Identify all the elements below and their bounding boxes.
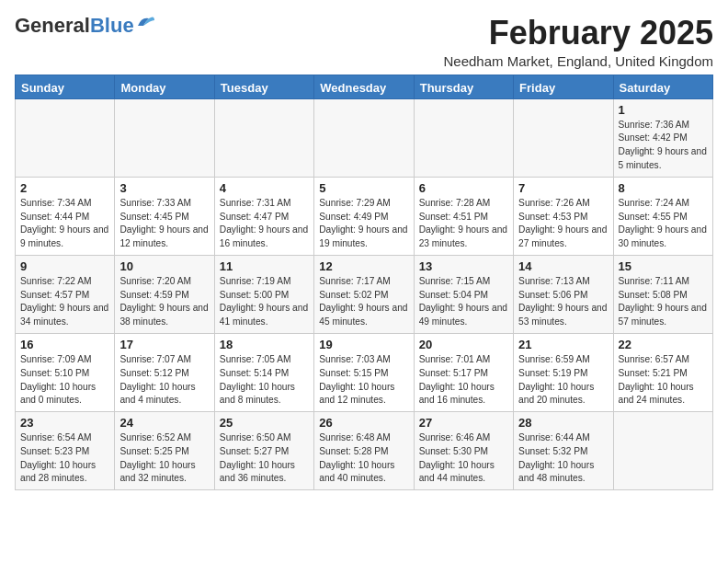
calendar-cell: 18Sunrise: 7:05 AM Sunset: 5:14 PM Dayli… [214, 333, 313, 411]
calendar-cell: 16Sunrise: 7:09 AM Sunset: 5:10 PM Dayli… [16, 333, 115, 411]
day-info: Sunrise: 7:09 AM Sunset: 5:10 PM Dayligh… [20, 353, 109, 408]
header-right: February 2025 Needham Market, England, U… [444, 15, 714, 69]
day-number: 13 [419, 259, 508, 273]
calendar-cell: 8Sunrise: 7:24 AM Sunset: 4:55 PM Daylig… [613, 177, 712, 255]
calendar-cell [115, 98, 214, 177]
day-number: 1 [619, 103, 708, 117]
day-info: Sunrise: 7:07 AM Sunset: 5:12 PM Dayligh… [119, 353, 209, 408]
calendar-cell: 1Sunrise: 7:36 AM Sunset: 4:42 PM Daylig… [613, 98, 712, 177]
calendar-cell: 25Sunrise: 6:50 AM Sunset: 5:27 PM Dayli… [214, 412, 313, 490]
day-info: Sunrise: 7:28 AM Sunset: 4:51 PM Dayligh… [419, 197, 508, 251]
day-info: Sunrise: 7:15 AM Sunset: 5:04 PM Dayligh… [419, 275, 508, 329]
day-info: Sunrise: 6:57 AM Sunset: 5:21 PM Dayligh… [619, 353, 708, 408]
calendar-cell: 7Sunrise: 7:26 AM Sunset: 4:53 PM Daylig… [514, 177, 613, 255]
day-number: 20 [419, 338, 508, 351]
day-number: 5 [319, 181, 408, 195]
day-number: 24 [119, 416, 209, 430]
location: Needham Market, England, United Kingdom [444, 53, 714, 69]
logo: GeneralBlue [15, 15, 156, 37]
day-number: 7 [518, 181, 608, 195]
calendar-cell: 2Sunrise: 7:34 AM Sunset: 4:44 PM Daylig… [16, 177, 115, 255]
day-info: Sunrise: 7:20 AM Sunset: 4:59 PM Dayligh… [119, 275, 209, 329]
calendar-week-row: 16Sunrise: 7:09 AM Sunset: 5:10 PM Dayli… [16, 333, 713, 411]
weekday-header-monday: Monday [115, 75, 214, 98]
day-info: Sunrise: 7:36 AM Sunset: 4:42 PM Dayligh… [619, 119, 708, 173]
calendar-cell [214, 98, 313, 177]
day-info: Sunrise: 6:54 AM Sunset: 5:23 PM Dayligh… [20, 431, 109, 486]
day-number: 15 [619, 259, 708, 273]
calendar-week-row: 9Sunrise: 7:22 AM Sunset: 4:57 PM Daylig… [16, 255, 713, 333]
calendar-cell: 3Sunrise: 7:33 AM Sunset: 4:45 PM Daylig… [115, 177, 214, 255]
day-number: 8 [619, 181, 708, 195]
day-number: 21 [518, 338, 608, 351]
day-number: 26 [319, 416, 408, 430]
weekday-header-wednesday: Wednesday [314, 75, 414, 98]
calendar-cell: 14Sunrise: 7:13 AM Sunset: 5:06 PM Dayli… [514, 255, 613, 333]
calendar-cell: 15Sunrise: 7:11 AM Sunset: 5:08 PM Dayli… [613, 255, 712, 333]
weekday-header-tuesday: Tuesday [214, 75, 313, 98]
calendar-cell: 20Sunrise: 7:01 AM Sunset: 5:17 PM Dayli… [414, 333, 513, 411]
calendar-cell: 10Sunrise: 7:20 AM Sunset: 4:59 PM Dayli… [115, 255, 214, 333]
day-number: 3 [119, 181, 209, 195]
calendar-cell: 27Sunrise: 6:46 AM Sunset: 5:30 PM Dayli… [414, 412, 513, 490]
calendar-week-row: 23Sunrise: 6:54 AM Sunset: 5:23 PM Dayli… [16, 412, 713, 490]
day-info: Sunrise: 6:44 AM Sunset: 5:32 PM Dayligh… [518, 431, 608, 486]
calendar-cell: 28Sunrise: 6:44 AM Sunset: 5:32 PM Dayli… [514, 412, 613, 490]
calendar-cell: 6Sunrise: 7:28 AM Sunset: 4:51 PM Daylig… [414, 177, 513, 255]
day-number: 4 [220, 181, 309, 195]
calendar-cell: 12Sunrise: 7:17 AM Sunset: 5:02 PM Dayli… [314, 255, 414, 333]
calendar-cell: 9Sunrise: 7:22 AM Sunset: 4:57 PM Daylig… [16, 255, 115, 333]
calendar-cell: 23Sunrise: 6:54 AM Sunset: 5:23 PM Dayli… [16, 412, 115, 490]
calendar-cell [414, 98, 513, 177]
calendar-cell: 17Sunrise: 7:07 AM Sunset: 5:12 PM Dayli… [115, 333, 214, 411]
calendar-cell: 19Sunrise: 7:03 AM Sunset: 5:15 PM Dayli… [314, 333, 414, 411]
calendar-cell [314, 98, 414, 177]
day-number: 17 [119, 338, 209, 351]
day-number: 11 [220, 259, 309, 273]
day-info: Sunrise: 7:29 AM Sunset: 4:49 PM Dayligh… [319, 197, 408, 251]
calendar-table: SundayMondayTuesdayWednesdayThursdayFrid… [15, 75, 713, 491]
calendar-cell [514, 98, 613, 177]
day-info: Sunrise: 7:11 AM Sunset: 5:08 PM Dayligh… [619, 275, 708, 329]
day-info: Sunrise: 7:22 AM Sunset: 4:57 PM Dayligh… [20, 275, 109, 329]
calendar-page: GeneralBlue February 2025 Needham Market… [0, 0, 728, 500]
day-number: 19 [319, 338, 408, 351]
weekday-header-sunday: Sunday [16, 75, 115, 98]
weekday-header-friday: Friday [514, 75, 613, 98]
day-info: Sunrise: 7:17 AM Sunset: 5:02 PM Dayligh… [319, 275, 408, 329]
day-info: Sunrise: 6:46 AM Sunset: 5:30 PM Dayligh… [419, 431, 508, 486]
day-info: Sunrise: 6:50 AM Sunset: 5:27 PM Dayligh… [220, 431, 309, 486]
day-info: Sunrise: 6:48 AM Sunset: 5:28 PM Dayligh… [319, 431, 408, 486]
day-number: 10 [119, 259, 209, 273]
calendar-cell [16, 98, 115, 177]
day-info: Sunrise: 7:24 AM Sunset: 4:55 PM Dayligh… [619, 197, 708, 251]
header: GeneralBlue February 2025 Needham Market… [15, 15, 713, 69]
weekday-header-saturday: Saturday [613, 75, 712, 98]
calendar-cell: 21Sunrise: 6:59 AM Sunset: 5:19 PM Dayli… [514, 333, 613, 411]
calendar-cell: 5Sunrise: 7:29 AM Sunset: 4:49 PM Daylig… [314, 177, 414, 255]
logo-bird-icon [136, 13, 156, 31]
calendar-cell [613, 412, 712, 490]
day-info: Sunrise: 7:03 AM Sunset: 5:15 PM Dayligh… [319, 353, 408, 408]
calendar-week-row: 2Sunrise: 7:34 AM Sunset: 4:44 PM Daylig… [16, 177, 713, 255]
day-number: 6 [419, 181, 508, 195]
weekday-header-thursday: Thursday [414, 75, 513, 98]
calendar-cell: 4Sunrise: 7:31 AM Sunset: 4:47 PM Daylig… [214, 177, 313, 255]
calendar-week-row: 1Sunrise: 7:36 AM Sunset: 4:42 PM Daylig… [16, 98, 713, 177]
day-info: Sunrise: 7:05 AM Sunset: 5:14 PM Dayligh… [220, 353, 309, 408]
day-number: 23 [20, 416, 109, 430]
calendar-cell: 11Sunrise: 7:19 AM Sunset: 5:00 PM Dayli… [214, 255, 313, 333]
day-number: 12 [319, 259, 408, 273]
day-info: Sunrise: 7:01 AM Sunset: 5:17 PM Dayligh… [419, 353, 508, 408]
calendar-cell: 13Sunrise: 7:15 AM Sunset: 5:04 PM Dayli… [414, 255, 513, 333]
logo-general: GeneralBlue [15, 15, 134, 37]
day-number: 22 [619, 338, 708, 351]
day-number: 16 [20, 338, 109, 351]
day-number: 18 [220, 338, 309, 351]
weekday-header-row: SundayMondayTuesdayWednesdayThursdayFrid… [16, 75, 713, 98]
day-number: 14 [518, 259, 608, 273]
day-info: Sunrise: 7:13 AM Sunset: 5:06 PM Dayligh… [518, 275, 608, 329]
day-info: Sunrise: 7:26 AM Sunset: 4:53 PM Dayligh… [518, 197, 608, 251]
day-number: 25 [220, 416, 309, 430]
day-info: Sunrise: 7:34 AM Sunset: 4:44 PM Dayligh… [20, 197, 109, 251]
